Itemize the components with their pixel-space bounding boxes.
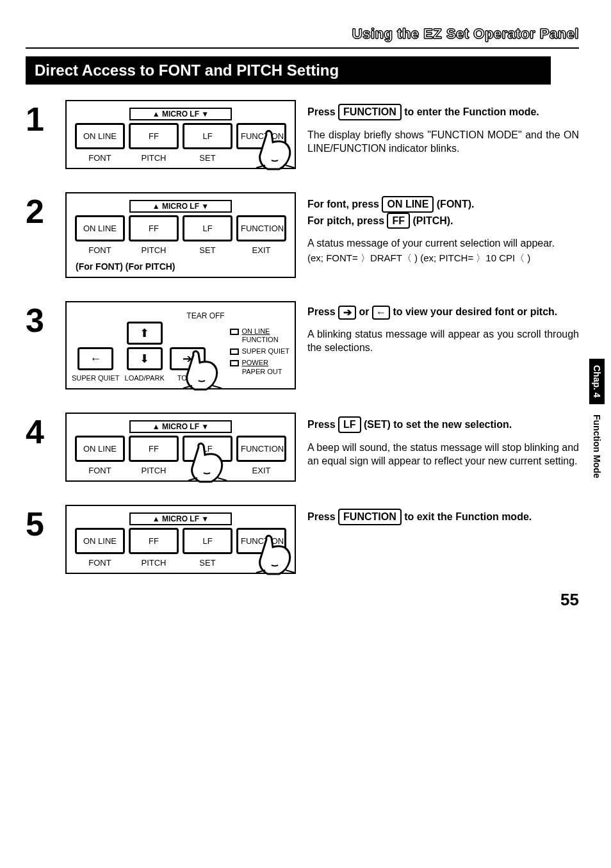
lf-button[interactable]: LF [183,123,232,149]
panel2-caption: (For FONT) (For PITCH) [76,261,289,272]
right-arrow-button[interactable]: ➔ [170,347,206,370]
s1-lead-pre: Press [307,106,338,117]
lf-button[interactable]: LF [183,528,232,554]
s2-body2: (ex; FONT= 〉DRAFT〈 ) (ex; PITCH= 〉10 CPI… [307,252,579,265]
ff-button[interactable]: FF [129,123,179,149]
step-3-desc: Press ➔ or ← to view your desired font o… [307,301,579,355]
led-indicators: ON LINE FUNCTION SUPER QUIET POWER PAPER… [230,327,289,377]
ff-button[interactable]: FF [129,436,179,462]
s3-lead-pre: Press [307,306,338,317]
header-rule [26,47,579,49]
s3-lead-post: to view your desired font or pitch. [390,306,557,317]
tearoff-label: TEAR OFF [122,311,289,320]
up-arrow-button[interactable]: ⬆ [127,322,163,345]
online-button[interactable]: ON LINE [75,215,125,242]
step-5: 5 ▲ MICRO LF ▼ ON LINE FF LF FUNCTION FO… [26,505,579,574]
s2-l2-pre: For pitch, press [307,215,387,226]
s2-l1-pre: For font, press [307,199,382,209]
s2-l1-post: (FONT). [434,199,474,209]
function-button[interactable]: FUNCTION [236,528,286,554]
led-superquiet: SUPER QUIET [241,347,289,355]
right-arrow-key: ➔ [338,306,356,320]
pitch-label: PITCH [129,558,179,568]
pitch-label: PITCH [129,153,179,163]
step-2: 2 ▲ MICRO LF ▼ ON LINE FF LF FUNCTION FO… [26,192,579,278]
superquiet-label: SUPER QUIET [72,374,120,382]
down-arrow-button[interactable]: ⬇ [127,347,163,370]
set-label: SET [183,153,232,163]
step-1: 1 ▲ MICRO LF ▼ ON LINE FF LF FUNCTION FO… [26,100,579,169]
s1-body: The display briefly shows "FUNCTION MODE… [307,128,579,156]
section-tab: Function Mode [591,408,603,485]
online-key: ON LINE [382,196,434,213]
function-button[interactable]: FUNCTION [236,436,286,462]
lf-button[interactable]: LF [183,436,232,462]
ff-button[interactable]: FF [129,528,179,554]
font-label: FONT [75,466,125,475]
step-number: 3 [26,304,54,337]
set-label: SET [183,558,232,568]
ff-key: FF [387,213,410,229]
exit-label: EXIT [236,245,286,255]
pitch-label: PITCH [129,466,179,475]
online-button[interactable]: ON LINE [75,436,125,462]
panel-step-4: ▲ MICRO LF ▼ ON LINE FF LF FUNCTION FONT… [65,413,296,482]
s4-lead-post: (SET) to set the new selection. [361,419,512,430]
s4-lead-pre: Press [307,419,338,430]
step-4-desc: Press LF (SET) to set the new selection.… [307,413,579,468]
left-arrow-key: ← [372,306,390,320]
set-label: SET [183,245,232,255]
micro-lf-bar: ▲ MICRO LF ▼ [129,420,232,433]
e-label: E [236,558,286,568]
micro-lf-bar: ▲ MICRO LF ▼ [129,108,232,120]
s2-l2-post: (PITCH). [410,215,453,226]
step-4: 4 ▲ MICRO LF ▼ ON LINE FF LF FUNCTION FO… [26,413,579,482]
page-header: Using the EZ Set Operator Panel [26,26,579,42]
step-number: 2 [26,195,54,228]
function-button[interactable]: FUNCTION [236,123,286,149]
pitch-label: PITCH [129,245,179,255]
lf-key: LF [338,416,361,433]
s5-lead-pre: Press [307,511,338,522]
s3-body: A blinking status message will appear as… [307,327,579,355]
se-label: SE [183,466,232,475]
step-3: 3 TEAR OFF ← SUPER QUIET ⬆ ⬇ LOAD/PARK ➔… [26,301,579,389]
font-label: FONT [75,558,125,568]
online-button[interactable]: ON LINE [75,528,125,554]
panel-step-2: ▲ MICRO LF ▼ ON LINE FF LF FUNCTION FONT… [65,192,296,278]
led-paperout: PAPER OUT [242,368,282,375]
chapter-tab: Chap. 4 [589,359,605,404]
panel-step-3: TEAR OFF ← SUPER QUIET ⬆ ⬇ LOAD/PARK ➔ T… [65,301,296,389]
step-2-desc: For font, press ON LINE (FONT). For pitc… [307,192,579,265]
micro-lf-bar: ▲ MICRO LF ▼ [129,200,232,213]
step-5-desc: Press FUNCTION to exit the Function mode… [307,505,579,533]
led-function: FUNCTION [242,336,279,343]
s3-lead-mid: or [356,306,372,317]
lf-button[interactable]: LF [183,215,232,242]
page-number: 55 [560,590,579,610]
s5-lead-post: to exit the Function mode. [402,511,532,522]
step-number: 5 [26,507,54,541]
function-key: FUNCTION [338,104,402,120]
tof-label: TOF S [177,374,198,382]
font-label: FONT [75,153,125,163]
s4-body: A beep will sound, the status message wi… [307,441,579,468]
function-button[interactable]: FUNCTION [236,215,286,242]
function-key: FUNCTION [338,509,402,525]
side-tab: Chap. 4 Function Mode [589,359,605,484]
left-arrow-button[interactable]: ← [77,347,113,370]
loadpark-label: LOAD/PARK [125,374,165,382]
panel-step-5: ▲ MICRO LF ▼ ON LINE FF LF FUNCTION FONT… [65,505,296,574]
ff-button[interactable]: FF [129,215,179,242]
led-power: POWER [241,359,268,366]
exit-label: EXIT [236,466,286,475]
step-1-desc: Press FUNCTION to enter the Function mod… [307,100,579,156]
step-number: 1 [26,102,54,136]
font-label: FONT [75,245,125,255]
panel-step-1: ▲ MICRO LF ▼ ON LINE FF LF FUNCTION FONT… [65,100,296,169]
online-button[interactable]: ON LINE [75,123,125,149]
e-label: E [236,153,286,163]
section-title: Direct Access to FONT and PITCH Setting [26,56,551,85]
s2-body: A status message of your current selecti… [307,236,579,250]
led-online: ON LINE [241,327,270,335]
